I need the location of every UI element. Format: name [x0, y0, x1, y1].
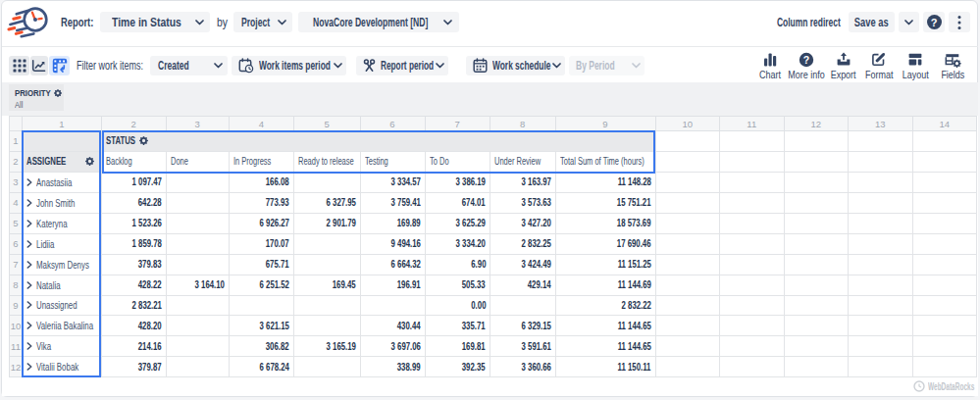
svg-text:?: ? — [803, 54, 809, 66]
